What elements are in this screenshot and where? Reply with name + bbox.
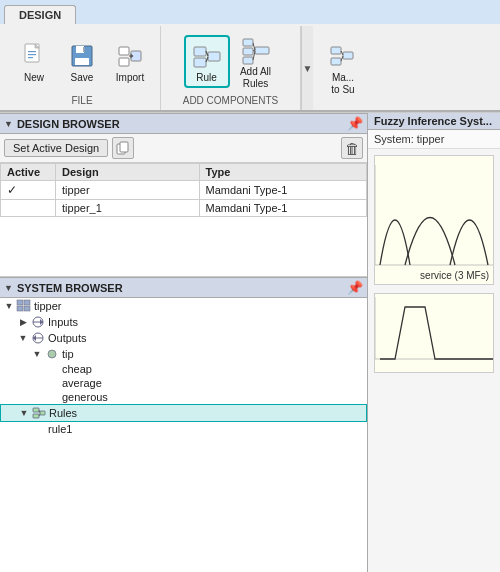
ribbon-group-mam: Ma...to Su — [313, 26, 373, 110]
svg-rect-36 — [24, 306, 30, 311]
import-icon — [114, 40, 146, 72]
mam-icon — [327, 40, 359, 72]
design-browser-collapse[interactable]: ▼ — [4, 119, 13, 129]
rule-button[interactable]: Rule — [184, 35, 230, 88]
design-table: Active Design Type ✓ tipper Mamdani Type… — [0, 163, 367, 217]
save-button[interactable]: Save — [60, 36, 104, 87]
set-active-design-button[interactable]: Set Active Design — [4, 139, 108, 157]
system-browser-collapse[interactable]: ▼ — [4, 283, 13, 293]
mam-label: Ma...to Su — [331, 72, 354, 96]
rule-icon — [191, 40, 223, 72]
add-components-label: ADD COMPONENTS — [183, 95, 279, 108]
svg-rect-6 — [76, 46, 84, 53]
col-type: Type — [199, 164, 366, 181]
svg-rect-20 — [243, 48, 253, 55]
type-cell: Mamdani Type-1 — [199, 200, 366, 217]
tree-label-rule1: rule1 — [48, 423, 72, 435]
svg-rect-7 — [83, 47, 85, 52]
mam-button[interactable]: Ma...to Su — [321, 36, 365, 100]
svg-rect-2 — [28, 51, 36, 52]
ribbon: DESIGN New — [0, 0, 500, 113]
design-name-cell: tipper_1 — [56, 200, 200, 217]
ribbon-tab-design[interactable]: DESIGN — [4, 5, 76, 24]
import-button[interactable]: Import — [108, 36, 152, 87]
chart-area-1: service (3 MFs) — [374, 155, 494, 285]
svg-rect-16 — [208, 52, 220, 61]
inputs-icon — [30, 315, 46, 329]
tree-arrow-rules[interactable]: ▼ — [17, 408, 31, 418]
save-icon — [66, 40, 98, 72]
tree-label-average: average — [62, 377, 102, 389]
tree-label-generous: generous — [62, 391, 108, 403]
left-panel: ▼ DESIGN BROWSER 📌 Set Active Design 🗑 A — [0, 113, 368, 572]
tree-label-tipper: tipper — [34, 300, 62, 312]
svg-rect-33 — [17, 300, 23, 305]
svg-rect-9 — [119, 47, 129, 55]
tree-item-rules[interactable]: ▼Rules — [0, 404, 367, 422]
design-browser-pin[interactable]: 📌 — [347, 116, 363, 131]
design-name-cell: tipper — [56, 181, 200, 200]
tree-item-generous[interactable]: generous — [0, 390, 367, 404]
tree-arrow-tip[interactable]: ▼ — [30, 349, 44, 359]
active-cell — [1, 200, 56, 217]
svg-rect-26 — [331, 47, 341, 54]
tree-label-tip: tip — [62, 348, 74, 360]
mam-items: Ma...to Su — [321, 28, 365, 108]
tree-arrow-outputs[interactable]: ▼ — [16, 333, 30, 343]
svg-rect-35 — [17, 306, 23, 311]
svg-rect-21 — [243, 57, 253, 64]
right-panel: Fuzzy Inference Syst... System: tipper s… — [368, 113, 500, 572]
grid-icon — [16, 299, 32, 313]
delete-design-button[interactable]: 🗑 — [341, 137, 363, 159]
ribbon-overflow[interactable]: ▼ — [301, 26, 313, 110]
design-table-row[interactable]: tipper_1 Mamdani Type-1 — [1, 200, 367, 217]
ribbon-content: New Save — [0, 24, 500, 112]
col-design: Design — [56, 164, 200, 181]
svg-rect-45 — [33, 414, 39, 418]
new-button[interactable]: New — [12, 36, 56, 87]
new-icon — [18, 40, 50, 72]
tree-item-cheap[interactable]: cheap — [0, 362, 367, 376]
svg-rect-32 — [120, 142, 128, 152]
chart1-label: service (3 MFs) — [420, 270, 489, 281]
svg-rect-8 — [75, 58, 89, 65]
rules-icon — [31, 406, 47, 420]
col-active: Active — [1, 164, 56, 181]
svg-rect-10 — [119, 58, 129, 66]
add-all-rules-icon — [240, 34, 272, 66]
main-area: ▼ DESIGN BROWSER 📌 Set Active Design 🗑 A — [0, 113, 500, 572]
tree-arrow-inputs[interactable]: ▶ — [16, 317, 30, 327]
design-browser-header: ▼ DESIGN BROWSER 📌 — [0, 113, 367, 134]
add-components-items: Rule Add A — [184, 28, 278, 95]
tree-label-cheap: cheap — [62, 363, 92, 375]
add-all-rules-button[interactable]: Add AllRules — [234, 30, 278, 94]
tree-item-tip[interactable]: ▼tip — [0, 346, 367, 362]
svg-line-47 — [39, 410, 40, 413]
right-panel-subtitle: System: tipper — [368, 130, 500, 149]
design-table-row[interactable]: ✓ tipper Mamdani Type-1 — [1, 181, 367, 200]
system-browser-pin[interactable]: 📌 — [347, 280, 363, 295]
tree-item-outputs[interactable]: ▼Outputs — [0, 330, 367, 346]
system-browser-tree: ▼tipper▶Inputs▼Outputs▼tipcheapaveragege… — [0, 298, 367, 572]
file-group-items: New Save — [12, 28, 152, 95]
svg-rect-34 — [24, 300, 30, 305]
svg-rect-19 — [243, 39, 253, 46]
tree-item-rule1[interactable]: rule1 — [0, 422, 367, 436]
tree-item-average[interactable]: average — [0, 376, 367, 390]
svg-rect-14 — [194, 47, 206, 56]
design-browser: ▼ DESIGN BROWSER 📌 Set Active Design 🗑 A — [0, 113, 367, 277]
ribbon-group-file: New Save — [4, 26, 161, 110]
tree-item-tipper[interactable]: ▼tipper — [0, 298, 367, 314]
save-label: Save — [71, 72, 94, 83]
right-panel-title: Fuzzy Inference Syst... — [368, 113, 500, 130]
system-browser-label: SYSTEM BROWSER — [17, 282, 123, 294]
svg-point-43 — [48, 350, 56, 358]
tree-item-inputs[interactable]: ▶Inputs — [0, 314, 367, 330]
copy-design-button[interactable] — [112, 137, 134, 159]
tree-label-inputs: Inputs — [48, 316, 78, 328]
type-cell: Mamdani Type-1 — [199, 181, 366, 200]
ribbon-tab-bar: DESIGN — [0, 0, 500, 24]
ribbon-group-add-components: Rule Add A — [161, 26, 301, 110]
svg-rect-44 — [33, 408, 39, 412]
tree-arrow-tipper[interactable]: ▼ — [2, 301, 16, 311]
